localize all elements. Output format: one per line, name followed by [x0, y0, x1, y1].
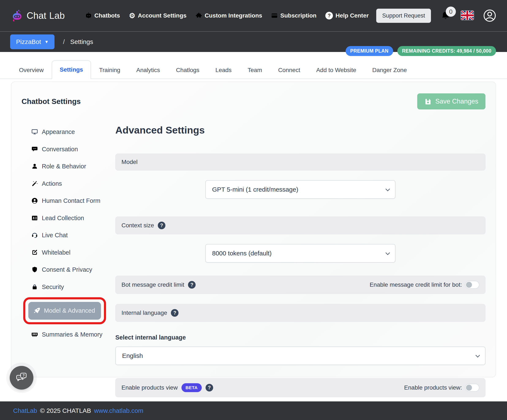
sidebar-label: Appearance	[42, 128, 75, 135]
tab-overview[interactable]: Overview	[11, 61, 52, 79]
sidebar-label: Security	[42, 284, 64, 290]
chat-bubble-icon	[31, 146, 38, 153]
model-select-value: GPT 5-mini (1 credit/message)	[212, 186, 298, 193]
language-selector[interactable]	[461, 10, 474, 21]
sidebar-item-summaries-memory[interactable]: Summaries & Memory	[29, 326, 106, 343]
context-size-value: 8000 tokens (default)	[212, 250, 272, 257]
breadcrumb: / Settings	[63, 38, 93, 45]
settings-sidebar: Appearance Conversation Role & Behavior …	[21, 123, 106, 397]
beta-badge: BETA	[182, 383, 202, 392]
sidebar-label: Lead Collection	[42, 215, 84, 221]
support-request-button[interactable]: Support Request	[376, 9, 431, 23]
sidebar-item-actions[interactable]: Actions	[29, 175, 106, 192]
footer-brand-link[interactable]: ChatLab	[13, 407, 37, 414]
products-view-toggle-label: Enable products view:	[404, 384, 462, 391]
panel-title: Chatbot Settings	[21, 97, 81, 106]
page-title: Advanced Settings	[115, 124, 486, 136]
tab-leads[interactable]: Leads	[207, 61, 239, 79]
sidebar-item-model-advanced[interactable]: Model & Advanced	[28, 302, 101, 320]
tab-connect[interactable]: Connect	[270, 61, 308, 79]
nav-subscription[interactable]: Subscription	[271, 12, 317, 19]
user-account-menu[interactable]	[483, 9, 496, 22]
tab-training[interactable]: Training	[91, 61, 128, 79]
nav-chatbots[interactable]: Chatbots	[85, 12, 120, 19]
help-icon[interactable]: ?	[158, 222, 165, 229]
help-icon[interactable]: ?	[171, 309, 178, 317]
products-view-toggle[interactable]	[465, 384, 479, 392]
tab-team[interactable]: Team	[239, 61, 270, 79]
internal-language-label: Internal language	[121, 309, 167, 316]
nav-account-settings-label: Account Settings	[138, 12, 187, 19]
notifications-button[interactable]: 0	[441, 11, 451, 21]
tab-add-to-website[interactable]: Add to Website	[308, 61, 364, 79]
chatlab-logo[interactable]: ChatLab	[11, 9, 65, 22]
sidebar-label: Role & Behavior	[42, 163, 86, 170]
nav-help-center[interactable]: ? Help Center	[325, 12, 369, 20]
nav-subscription-label: Subscription	[280, 12, 317, 19]
footer-url-link[interactable]: www.chatlab.com	[94, 407, 143, 414]
puzzle-icon	[195, 12, 202, 19]
chat-bubbles-icon: ?	[14, 370, 29, 385]
help-chat-widget-button[interactable]: ?	[10, 366, 33, 390]
model-section-header: Model	[115, 154, 486, 170]
robot-icon	[85, 12, 92, 19]
bot-selector-dropdown[interactable]: PizzaBot ▼	[10, 35, 55, 49]
credit-limit-section-header: Bot message credit limit ? Enable messag…	[115, 276, 486, 294]
sidebar-item-conversation[interactable]: Conversation	[29, 141, 106, 158]
context-size-label: Context size	[121, 222, 154, 229]
shield-icon	[31, 266, 38, 273]
tab-danger-zone[interactable]: Danger Zone	[364, 61, 415, 79]
lock-icon	[31, 284, 38, 290]
sidebar-item-whitelabel[interactable]: Whitelabel	[29, 244, 106, 261]
panel-header: Chatbot Settings Save Changes	[21, 93, 486, 109]
nav-account-settings[interactable]: ⚙ Account Settings	[129, 12, 187, 19]
tab-analytics[interactable]: Analytics	[128, 61, 168, 79]
internal-language-select[interactable]: English	[115, 346, 486, 365]
model-select[interactable]: GPT 5-mini (1 credit/message)	[205, 180, 395, 199]
tab-chatlogs[interactable]: Chatlogs	[168, 61, 207, 79]
save-floppy-icon	[424, 98, 432, 105]
help-icon[interactable]: ?	[188, 281, 196, 289]
sidebar-label: Actions	[42, 180, 62, 187]
top-navigation-bar: ChatLab Chatbots ⚙ Account Settings Cust…	[0, 0, 507, 31]
svg-text:?: ?	[23, 373, 25, 377]
chevron-down-icon	[476, 353, 480, 357]
breadcrumb-current: Settings	[70, 38, 93, 45]
headset-icon	[31, 232, 38, 238]
uk-flag-icon	[461, 10, 474, 20]
brand-text-bold: Chat	[27, 10, 46, 21]
context-size-select[interactable]: 8000 tokens (default)	[205, 244, 395, 263]
sidebar-item-role-behavior[interactable]: Role & Behavior	[29, 158, 106, 175]
notification-count-badge: 0	[446, 7, 456, 17]
nav-custom-integrations[interactable]: Custom Integrations	[195, 12, 262, 19]
contact-card-icon	[31, 215, 38, 221]
chevron-down-icon: ▼	[44, 40, 49, 44]
sidebar-label: Conversation	[42, 146, 78, 153]
tab-settings[interactable]: Settings	[52, 60, 91, 79]
nav-custom-integrations-label: Custom Integrations	[205, 12, 262, 19]
context-size-section-header: Context size ?	[115, 217, 486, 234]
toggle-knob	[466, 282, 472, 288]
sidebar-item-consent-privacy[interactable]: Consent & Privacy	[29, 261, 106, 279]
monitor-icon	[31, 128, 38, 135]
nav-chatbots-label: Chatbots	[94, 12, 120, 19]
sidebar-item-lead-collection[interactable]: Lead Collection	[29, 210, 106, 227]
sidebar-label: Whitelabel	[42, 249, 70, 256]
rocket-icon	[33, 307, 40, 314]
chatbot-settings-panel: Chatbot Settings Save Changes Appearance…	[11, 82, 496, 377]
credit-limit-toggle-group: Enable message credit limit for bot:	[370, 281, 479, 289]
page-footer: ChatLab © 2025 CHATLAB www.chatlab.com	[0, 401, 507, 420]
sidebar-item-security[interactable]: Security	[29, 279, 106, 296]
sidebar-label: Model & Advanced	[44, 307, 95, 314]
sidebar-label: Live Chat	[42, 232, 68, 238]
person-icon	[31, 163, 38, 170]
plan-badges: PREMIUM PLAN REMAINING CREDITS: 49,984 /…	[346, 46, 496, 56]
sidebar-label: Human Contact Form	[42, 197, 100, 204]
top-nav-menu: Chatbots ⚙ Account Settings Custom Integ…	[85, 12, 369, 20]
sidebar-item-human-contact-form[interactable]: Human Contact Form	[29, 192, 106, 210]
help-icon[interactable]: ?	[205, 384, 213, 392]
save-changes-button[interactable]: Save Changes	[417, 93, 486, 109]
sidebar-item-live-chat[interactable]: Live Chat	[29, 227, 106, 244]
sidebar-item-appearance[interactable]: Appearance	[29, 123, 106, 141]
credit-limit-toggle[interactable]	[465, 281, 479, 289]
